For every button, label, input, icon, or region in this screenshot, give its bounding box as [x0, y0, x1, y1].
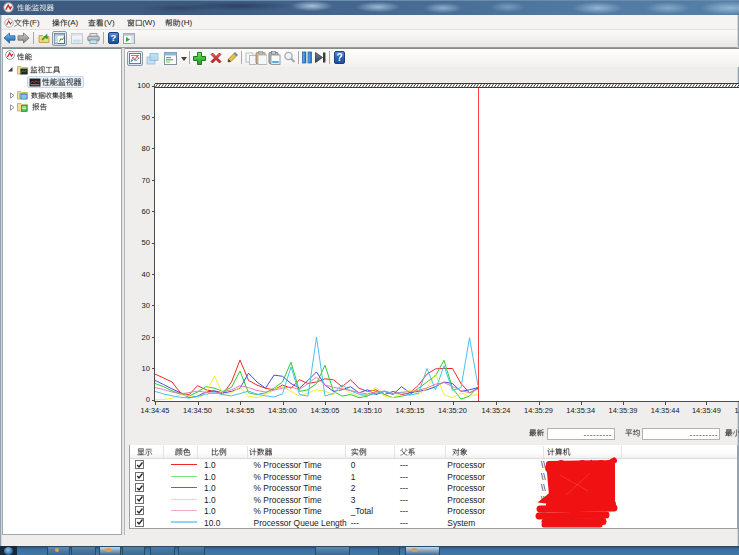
svg-text:?: ? — [111, 32, 117, 43]
svg-text:?: ? — [336, 52, 342, 63]
